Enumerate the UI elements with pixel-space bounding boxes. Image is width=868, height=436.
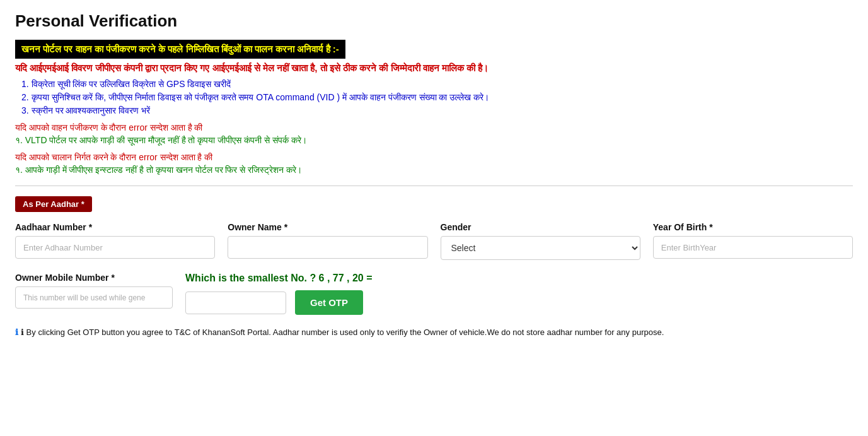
captcha-input[interactable] (185, 292, 286, 314)
error-section-2: यदि आपको चालान निर्गत करने के दौरान erro… (15, 152, 853, 175)
captcha-question: Which is the smallest No. ? 6 , 77 , 20 … (185, 273, 373, 284)
notice-yellow-text: यदि आईएमईआई विवरण जीपीएस कंपनी द्वारा प्… (15, 62, 853, 74)
mobile-group: Owner Mobile Number * (15, 273, 173, 309)
aadhar-label: Aadhaar Number * (15, 222, 215, 232)
page-title: Personal Verification (15, 11, 853, 31)
yob-label: Year Of Birth * (653, 222, 853, 232)
instructions-list: 1.विक्रेता सूची लिंक पर उल्लिखित विक्रेत… (15, 79, 853, 116)
get-otp-button[interactable]: Get OTP (295, 290, 363, 315)
aadhar-badge: As Per Aadhar * (15, 196, 92, 212)
disclaimer: ℹℹ By clicking Get OTP button you agree … (15, 326, 853, 339)
owner-name-group: Owner Name * (228, 222, 427, 260)
error-section-1: यदि आपको वाहन पंजीकरण के दौरान error सन्… (15, 122, 853, 146)
captcha-row: Get OTP (185, 290, 363, 315)
gender-select[interactable]: Select Male Female Other (441, 236, 640, 260)
yob-group: Year Of Birth * (653, 222, 853, 260)
yob-input[interactable] (653, 236, 853, 259)
error-heading-2: यदि आपको चालान निर्गत करने के दौरान erro… (15, 152, 853, 163)
error-body-1: १. VLTD पोर्टल पर आपके गाड़ी की सूचना मौ… (15, 135, 853, 146)
form-grid: Aadhaar Number * Owner Name * Gender Sel… (15, 222, 853, 260)
owner-name-label: Owner Name * (228, 222, 427, 232)
captcha-group: Which is the smallest No. ? 6 , 77 , 20 … (185, 273, 853, 315)
otp-section: Owner Mobile Number * Which is the small… (15, 273, 853, 315)
mobile-label: Owner Mobile Number * (15, 273, 173, 283)
error-heading-1: यदि आपको वाहन पंजीकरण के दौरान error सन्… (15, 122, 853, 133)
aadhar-group: Aadhaar Number * (15, 222, 215, 260)
instruction-item-3: 3.स्क्रीन पर आवश्यकतानुसार विवरण भरें (21, 105, 853, 116)
info-icon: ℹ (15, 327, 18, 337)
instruction-item-1: 1.विक्रेता सूची लिंक पर उल्लिखित विक्रेत… (21, 79, 853, 90)
divider (15, 186, 853, 186)
instruction-item-2: 2.कृपया सुनिश्चित करें कि, जीपीएस निर्मा… (21, 92, 853, 103)
aadhar-input[interactable] (15, 236, 215, 259)
owner-name-input[interactable] (228, 236, 427, 259)
error-body-2: १. आपके गाड़ी में जीपीएस इन्स्टाल्ड नहीं… (15, 165, 853, 175)
gender-label: Gender (441, 222, 640, 232)
notice-black: खनन पोर्टल पर वाहन का पंजीकरण करने के पह… (15, 40, 345, 59)
mobile-input[interactable] (15, 286, 173, 309)
gender-group: Gender Select Male Female Other (441, 222, 640, 260)
